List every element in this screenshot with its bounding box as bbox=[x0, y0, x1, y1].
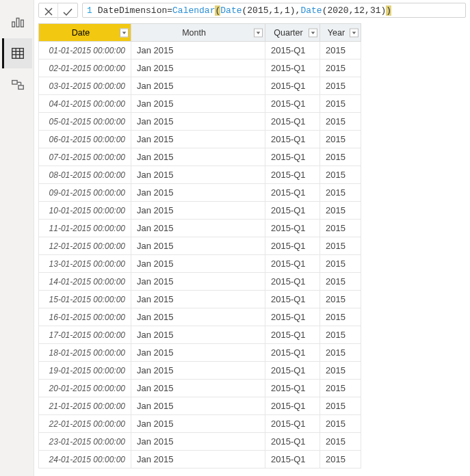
formula-input[interactable]: 1 DateDimension = Calendar ( Date ( 2015… bbox=[82, 3, 466, 18]
cell-year[interactable]: 2015 bbox=[320, 148, 361, 166]
column-header-quarter[interactable]: Quarter bbox=[265, 24, 320, 42]
cell-quarter[interactable]: 2015-Q1 bbox=[265, 308, 320, 326]
cell-month[interactable]: Jan 2015 bbox=[131, 344, 265, 362]
model-view-tab[interactable] bbox=[2, 70, 32, 100]
cell-year[interactable]: 2015 bbox=[320, 380, 361, 397]
cell-quarter[interactable]: 2015-Q1 bbox=[265, 291, 320, 308]
cell-year[interactable]: 2015 bbox=[320, 42, 361, 60]
cell-quarter[interactable]: 2015-Q1 bbox=[265, 184, 320, 202]
table-row[interactable]: 05-01-2015 00:00:00Jan 20152015-Q12015 bbox=[39, 113, 361, 131]
cell-quarter[interactable]: 2015-Q1 bbox=[265, 77, 320, 95]
cell-year[interactable]: 2015 bbox=[320, 255, 361, 273]
cell-date[interactable]: 08-01-2015 00:00:00 bbox=[39, 166, 131, 184]
cell-quarter[interactable]: 2015-Q1 bbox=[265, 237, 320, 255]
cell-month[interactable]: Jan 2015 bbox=[131, 42, 265, 60]
cell-quarter[interactable]: 2015-Q1 bbox=[265, 433, 320, 451]
table-row[interactable]: 23-01-2015 00:00:00Jan 20152015-Q12015 bbox=[39, 433, 361, 451]
column-header-year[interactable]: Year bbox=[320, 24, 361, 42]
cell-date[interactable]: 14-01-2015 00:00:00 bbox=[39, 273, 131, 291]
cell-date[interactable]: 01-01-2015 00:00:00 bbox=[39, 42, 131, 60]
table-row[interactable]: 01-01-2015 00:00:00Jan 20152015-Q12015 bbox=[39, 42, 361, 60]
cell-year[interactable]: 2015 bbox=[320, 220, 361, 237]
cell-month[interactable]: Jan 2015 bbox=[131, 291, 265, 308]
table-row[interactable]: 13-01-2015 00:00:00Jan 20152015-Q12015 bbox=[39, 255, 361, 273]
table-row[interactable]: 22-01-2015 00:00:00Jan 20152015-Q12015 bbox=[39, 415, 361, 433]
cell-date[interactable]: 17-01-2015 00:00:00 bbox=[39, 326, 131, 344]
cell-date[interactable]: 09-01-2015 00:00:00 bbox=[39, 184, 131, 202]
cell-year[interactable]: 2015 bbox=[320, 326, 361, 344]
cell-quarter[interactable]: 2015-Q1 bbox=[265, 202, 320, 220]
cell-date[interactable]: 13-01-2015 00:00:00 bbox=[39, 255, 131, 273]
cell-month[interactable]: Jan 2015 bbox=[131, 380, 265, 397]
table-row[interactable]: 07-01-2015 00:00:00Jan 20152015-Q12015 bbox=[39, 148, 361, 166]
table-row[interactable]: 09-01-2015 00:00:00Jan 20152015-Q12015 bbox=[39, 184, 361, 202]
cell-year[interactable]: 2015 bbox=[320, 397, 361, 415]
cell-year[interactable]: 2015 bbox=[320, 202, 361, 220]
cell-month[interactable]: Jan 2015 bbox=[131, 148, 265, 166]
cell-month[interactable]: Jan 2015 bbox=[131, 60, 265, 77]
cell-date[interactable]: 20-01-2015 00:00:00 bbox=[39, 380, 131, 397]
cell-quarter[interactable]: 2015-Q1 bbox=[265, 95, 320, 113]
table-row[interactable]: 24-01-2015 00:00:00Jan 20152015-Q12015 bbox=[39, 451, 361, 468]
cell-month[interactable]: Jan 2015 bbox=[131, 362, 265, 380]
table-row[interactable]: 16-01-2015 00:00:00Jan 20152015-Q12015 bbox=[39, 308, 361, 326]
cell-year[interactable]: 2015 bbox=[320, 237, 361, 255]
cell-year[interactable]: 2015 bbox=[320, 362, 361, 380]
cell-month[interactable]: Jan 2015 bbox=[131, 433, 265, 451]
table-row[interactable]: 12-01-2015 00:00:00Jan 20152015-Q12015 bbox=[39, 237, 361, 255]
cell-date[interactable]: 04-01-2015 00:00:00 bbox=[39, 95, 131, 113]
column-filter-button-month[interactable] bbox=[254, 28, 263, 37]
report-view-tab[interactable] bbox=[2, 7, 32, 37]
cell-month[interactable]: Jan 2015 bbox=[131, 77, 265, 95]
cell-month[interactable]: Jan 2015 bbox=[131, 273, 265, 291]
cell-year[interactable]: 2015 bbox=[320, 184, 361, 202]
cell-year[interactable]: 2015 bbox=[320, 60, 361, 77]
cell-quarter[interactable]: 2015-Q1 bbox=[265, 273, 320, 291]
table-row[interactable]: 04-01-2015 00:00:00Jan 20152015-Q12015 bbox=[39, 95, 361, 113]
cancel-formula-button[interactable] bbox=[39, 3, 58, 20]
commit-formula-button[interactable] bbox=[58, 3, 77, 20]
cell-year[interactable]: 2015 bbox=[320, 273, 361, 291]
cell-date[interactable]: 24-01-2015 00:00:00 bbox=[39, 451, 131, 468]
cell-month[interactable]: Jan 2015 bbox=[131, 131, 265, 148]
cell-quarter[interactable]: 2015-Q1 bbox=[265, 113, 320, 131]
cell-year[interactable]: 2015 bbox=[320, 451, 361, 468]
cell-month[interactable]: Jan 2015 bbox=[131, 220, 265, 237]
cell-month[interactable]: Jan 2015 bbox=[131, 308, 265, 326]
cell-quarter[interactable]: 2015-Q1 bbox=[265, 166, 320, 184]
cell-date[interactable]: 16-01-2015 00:00:00 bbox=[39, 308, 131, 326]
cell-month[interactable]: Jan 2015 bbox=[131, 415, 265, 433]
table-row[interactable]: 03-01-2015 00:00:00Jan 20152015-Q12015 bbox=[39, 77, 361, 95]
cell-month[interactable]: Jan 2015 bbox=[131, 184, 265, 202]
cell-year[interactable]: 2015 bbox=[320, 415, 361, 433]
cell-year[interactable]: 2015 bbox=[320, 344, 361, 362]
table-row[interactable]: 21-01-2015 00:00:00Jan 20152015-Q12015 bbox=[39, 397, 361, 415]
cell-year[interactable]: 2015 bbox=[320, 95, 361, 113]
cell-month[interactable]: Jan 2015 bbox=[131, 166, 265, 184]
cell-quarter[interactable]: 2015-Q1 bbox=[265, 60, 320, 77]
table-row[interactable]: 10-01-2015 00:00:00Jan 20152015-Q12015 bbox=[39, 202, 361, 220]
cell-quarter[interactable]: 2015-Q1 bbox=[265, 255, 320, 273]
cell-quarter[interactable]: 2015-Q1 bbox=[265, 344, 320, 362]
cell-date[interactable]: 05-01-2015 00:00:00 bbox=[39, 113, 131, 131]
cell-quarter[interactable]: 2015-Q1 bbox=[265, 380, 320, 397]
table-row[interactable]: 11-01-2015 00:00:00Jan 20152015-Q12015 bbox=[39, 220, 361, 237]
cell-date[interactable]: 22-01-2015 00:00:00 bbox=[39, 415, 131, 433]
column-header-month[interactable]: Month bbox=[131, 24, 265, 42]
cell-date[interactable]: 15-01-2015 00:00:00 bbox=[39, 291, 131, 308]
cell-quarter[interactable]: 2015-Q1 bbox=[265, 397, 320, 415]
cell-quarter[interactable]: 2015-Q1 bbox=[265, 220, 320, 237]
cell-date[interactable]: 03-01-2015 00:00:00 bbox=[39, 77, 131, 95]
table-row[interactable]: 20-01-2015 00:00:00Jan 20152015-Q12015 bbox=[39, 380, 361, 397]
cell-year[interactable]: 2015 bbox=[320, 131, 361, 148]
cell-date[interactable]: 07-01-2015 00:00:00 bbox=[39, 148, 131, 166]
cell-date[interactable]: 23-01-2015 00:00:00 bbox=[39, 433, 131, 451]
table-row[interactable]: 19-01-2015 00:00:00Jan 20152015-Q12015 bbox=[39, 362, 361, 380]
cell-date[interactable]: 19-01-2015 00:00:00 bbox=[39, 362, 131, 380]
table-row[interactable]: 08-01-2015 00:00:00Jan 20152015-Q12015 bbox=[39, 166, 361, 184]
column-header-date[interactable]: Date bbox=[39, 24, 131, 42]
cell-quarter[interactable]: 2015-Q1 bbox=[265, 42, 320, 60]
cell-quarter[interactable]: 2015-Q1 bbox=[265, 131, 320, 148]
cell-year[interactable]: 2015 bbox=[320, 433, 361, 451]
cell-date[interactable]: 21-01-2015 00:00:00 bbox=[39, 397, 131, 415]
